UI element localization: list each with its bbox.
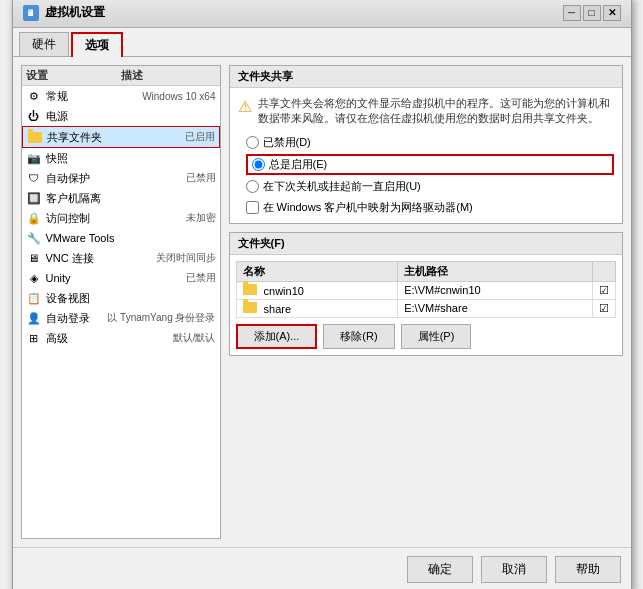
radio-group: 已禁用(D) 总是启用(E) 在下次关机或挂起前一直启用(U) — [246, 135, 614, 194]
map-drive-label: 在 Windows 客户机中映射为网络驱动器(M) — [263, 200, 473, 215]
tab-bar: 硬件 选项 — [13, 28, 631, 57]
gear-icon: ⚙ — [26, 88, 42, 104]
sidebar-label-snapshots: 快照 — [46, 151, 216, 166]
folder-icon-2 — [243, 302, 257, 313]
properties-button[interactable]: 属性(P) — [401, 324, 472, 349]
radio-until-label: 在下次关机或挂起前一直启用(U) — [263, 179, 421, 194]
sidebar-item-advanced[interactable]: ⊞ 高级 默认/默认 — [22, 328, 220, 348]
right-panel: 文件夹共享 ⚠ 共享文件夹会将您的文件显示给虚拟机中的程序。这可能为您的计算机和… — [229, 65, 623, 539]
cancel-button[interactable]: 取消 — [481, 556, 547, 583]
sidebar-desc-access: 未加密 — [186, 211, 216, 225]
sidebar-item-autologin[interactable]: 👤 自动登录 以 TynamYang 身份登录 — [22, 308, 220, 328]
sidebar-label-device: 设备视图 — [46, 291, 216, 306]
radio-until-input[interactable] — [246, 180, 259, 193]
remove-button[interactable]: 移除(R) — [323, 324, 394, 349]
row2-check: ☑ — [592, 299, 615, 317]
sidebar-item-access-control[interactable]: 🔒 访问控制 未加密 — [22, 208, 220, 228]
folder-button-row: 添加(A)... 移除(R) 属性(P) — [236, 324, 616, 349]
sidebar-header: 设置 描述 — [22, 66, 220, 86]
isolation-icon: 🔲 — [26, 190, 42, 206]
sidebar-col-setting: 设置 — [26, 68, 121, 83]
main-content: 设置 描述 ⚙ 常规 Windows 10 x64 ⏻ 电源 共享文件夹 已启用… — [13, 57, 631, 547]
sidebar-label-autoprotect: 自动保护 — [46, 171, 182, 186]
radio-disabled[interactable]: 已禁用(D) — [246, 135, 614, 150]
advanced-icon: ⊞ — [26, 330, 42, 346]
sidebar-desc-autoprotect: 已禁用 — [186, 171, 216, 185]
vnc-icon: 🖥 — [26, 250, 42, 266]
lock-icon: 🔒 — [26, 210, 42, 226]
map-drive-checkbox[interactable]: 在 Windows 客户机中映射为网络驱动器(M) — [246, 200, 614, 215]
close-button[interactable]: ✕ — [603, 5, 621, 21]
table-row[interactable]: cnwin10 E:\VM#cnwin10 ☑ — [236, 281, 615, 299]
sidebar-label-tools: VMware Tools — [46, 232, 216, 244]
sidebar-item-power[interactable]: ⏻ 电源 — [22, 106, 220, 126]
bottom-bar: 确定 取消 帮助 — [13, 547, 631, 589]
tab-hardware[interactable]: 硬件 — [19, 32, 69, 56]
row2-path: E:\VM#share — [398, 299, 592, 317]
sidebar-desc-autologin: 以 TynamYang 身份登录 — [107, 311, 215, 325]
sidebar-label-access: 访问控制 — [46, 211, 182, 226]
row1-path: E:\VM#cnwin10 — [398, 281, 592, 299]
minimize-button[interactable]: ─ — [563, 5, 581, 21]
dialog-icon: 🖥 — [23, 5, 39, 21]
tab-options[interactable]: 选项 — [71, 32, 123, 57]
col-check — [592, 261, 615, 281]
warning-icon: ⚠ — [238, 96, 252, 127]
folder-section: 文件夹(F) 名称 主机路径 — [229, 232, 623, 356]
sidebar-item-unity[interactable]: ◈ Unity 已禁用 — [22, 268, 220, 288]
sidebar-item-general[interactable]: ⚙ 常规 Windows 10 x64 — [22, 86, 220, 106]
sidebar-desc-advanced: 默认/默认 — [173, 331, 216, 345]
sidebar-item-shared-folders[interactable]: 共享文件夹 已启用 — [22, 126, 220, 148]
help-button[interactable]: 帮助 — [555, 556, 621, 583]
row2-name: share — [236, 299, 398, 317]
table-row[interactable]: share E:\VM#share ☑ — [236, 299, 615, 317]
sidebar-item-autoprotect[interactable]: 🛡 自动保护 已禁用 — [22, 168, 220, 188]
unity-icon: ◈ — [26, 270, 42, 286]
sidebar-col-desc: 描述 — [121, 68, 216, 83]
sidebar-label-vnc: VNC 连接 — [46, 251, 152, 266]
col-path: 主机路径 — [398, 261, 592, 281]
sidebar: 设置 描述 ⚙ 常规 Windows 10 x64 ⏻ 电源 共享文件夹 已启用… — [21, 65, 221, 539]
map-drive-input[interactable] — [246, 201, 259, 214]
sidebar-item-snapshots[interactable]: 📷 快照 — [22, 148, 220, 168]
radio-always-label: 总是启用(E) — [269, 157, 328, 172]
sidebar-label-general: 常规 — [46, 89, 139, 104]
sidebar-item-vnc[interactable]: 🖥 VNC 连接 关闭时间同步 — [22, 248, 220, 268]
sidebar-label-advanced: 高级 — [46, 331, 169, 346]
file-sharing-title: 文件夹共享 — [230, 66, 622, 88]
tools-icon: 🔧 — [26, 230, 42, 246]
sidebar-label-autologin: 自动登录 — [46, 311, 104, 326]
radio-until-off[interactable]: 在下次关机或挂起前一直启用(U) — [246, 179, 614, 194]
radio-always-input[interactable] — [252, 158, 265, 171]
dialog: 🖥 虚拟机设置 ─ □ ✕ 硬件 选项 设置 描述 ⚙ 常规 Windows 1… — [12, 0, 632, 589]
device-icon: 📋 — [26, 290, 42, 306]
sidebar-label-power: 电源 — [46, 109, 212, 124]
camera-icon: 📷 — [26, 150, 42, 166]
radio-disabled-input[interactable] — [246, 136, 259, 149]
sidebar-label-shared: 共享文件夹 — [47, 130, 181, 145]
sidebar-item-vmware-tools[interactable]: 🔧 VMware Tools — [22, 228, 220, 248]
sidebar-desc-general: Windows 10 x64 — [142, 91, 215, 102]
warning-text: 共享文件夹会将您的文件显示给虚拟机中的程序。这可能为您的计算机和数据带来风险。请… — [258, 96, 614, 127]
file-sharing-content: ⚠ 共享文件夹会将您的文件显示给虚拟机中的程序。这可能为您的计算机和数据带来风险… — [230, 88, 622, 223]
sidebar-label-unity: Unity — [46, 272, 182, 284]
sidebar-item-guest-isolation[interactable]: 🔲 客户机隔离 — [22, 188, 220, 208]
folder-icon-1 — [243, 284, 257, 295]
radio-disabled-label: 已禁用(D) — [263, 135, 311, 150]
file-sharing-section: 文件夹共享 ⚠ 共享文件夹会将您的文件显示给虚拟机中的程序。这可能为您的计算机和… — [229, 65, 623, 224]
warning-row: ⚠ 共享文件夹会将您的文件显示给虚拟机中的程序。这可能为您的计算机和数据带来风险… — [238, 96, 614, 127]
sidebar-label-isolation: 客户机隔离 — [46, 191, 216, 206]
dialog-title: 虚拟机设置 — [45, 4, 105, 21]
power-icon: ⏻ — [26, 108, 42, 124]
maximize-button[interactable]: □ — [583, 5, 601, 21]
folder-icon — [27, 129, 43, 145]
radio-always[interactable]: 总是启用(E) — [246, 154, 614, 175]
row1-name: cnwin10 — [236, 281, 398, 299]
folder-section-content: 名称 主机路径 cnwin10 E:\VM#cn — [230, 255, 622, 355]
add-button[interactable]: 添加(A)... — [236, 324, 318, 349]
sidebar-item-device-view[interactable]: 📋 设备视图 — [22, 288, 220, 308]
ok-button[interactable]: 确定 — [407, 556, 473, 583]
title-bar: 🖥 虚拟机设置 ─ □ ✕ — [13, 0, 631, 28]
sidebar-desc-unity: 已禁用 — [186, 271, 216, 285]
user-icon: 👤 — [26, 310, 42, 326]
